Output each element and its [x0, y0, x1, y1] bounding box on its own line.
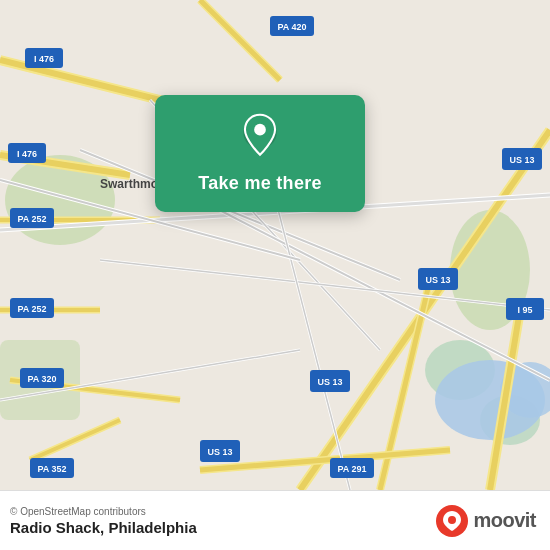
svg-text:I 95: I 95 — [517, 305, 532, 315]
attribution-text: © OpenStreetMap contributors — [10, 506, 197, 517]
take-me-there-button[interactable]: Take me there — [194, 171, 326, 196]
svg-text:I 476: I 476 — [17, 149, 37, 159]
svg-text:US 13: US 13 — [317, 377, 342, 387]
svg-text:US 13: US 13 — [207, 447, 232, 457]
svg-text:US 13: US 13 — [509, 155, 534, 165]
svg-point-74 — [254, 124, 266, 136]
svg-text:PA 252: PA 252 — [17, 304, 46, 314]
svg-text:PA 320: PA 320 — [27, 374, 56, 384]
svg-text:I 476: I 476 — [34, 54, 54, 64]
moovit-icon — [435, 504, 469, 538]
location-pin-icon — [237, 113, 283, 159]
location-city: Philadelphia — [108, 519, 196, 536]
location-title: Radio Shack, Philadelphia — [10, 519, 197, 536]
svg-text:PA 352: PA 352 — [37, 464, 66, 474]
svg-point-76 — [448, 516, 456, 524]
svg-text:PA 420: PA 420 — [277, 22, 306, 32]
bottom-left: © OpenStreetMap contributors Radio Shack… — [10, 506, 197, 536]
moovit-logo: moovit — [435, 504, 536, 538]
map-svg: I 476 I 476 PA 420 PA 252 PA 252 PA 320 … — [0, 0, 550, 490]
moovit-text: moovit — [473, 509, 536, 532]
svg-text:PA 252: PA 252 — [17, 214, 46, 224]
location-name: Radio Shack — [10, 519, 100, 536]
bottom-bar: © OpenStreetMap contributors Radio Shack… — [0, 490, 550, 550]
svg-text:US 13: US 13 — [425, 275, 450, 285]
popup-card: Take me there — [155, 95, 365, 212]
map-container: I 476 I 476 PA 420 PA 252 PA 252 PA 320 … — [0, 0, 550, 490]
svg-text:PA 291: PA 291 — [337, 464, 366, 474]
